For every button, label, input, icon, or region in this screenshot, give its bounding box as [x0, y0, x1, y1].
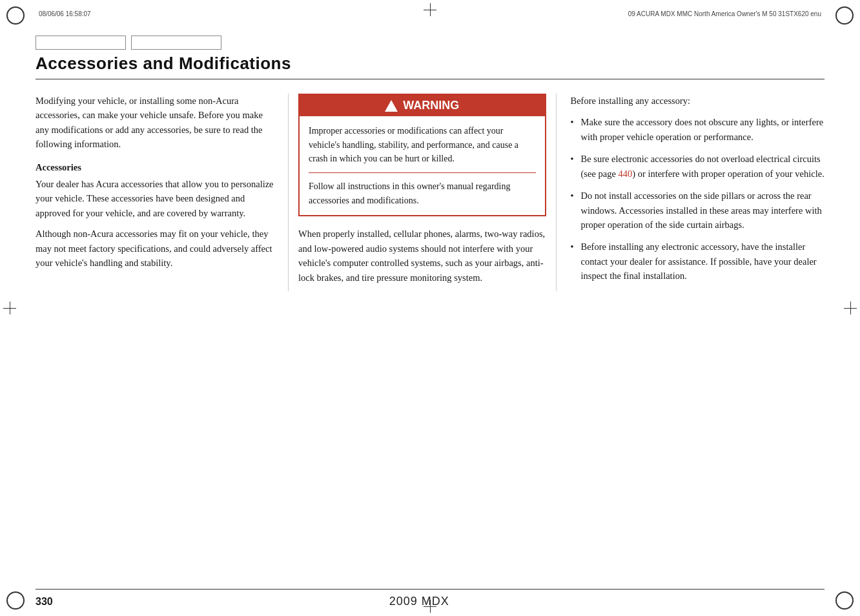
- before-installing-intro: Before installing any accessory:: [571, 94, 824, 108]
- warning-label: WARNING: [403, 99, 459, 112]
- corner-mark-bottom-left: [6, 591, 25, 610]
- title-tabs: [36, 36, 824, 50]
- bullet-item-3: Do not install accessories on the side p…: [571, 189, 824, 232]
- warning-triangle-icon: [385, 100, 398, 112]
- meta-timestamp: 08/06/06 16:58:07: [39, 10, 91, 17]
- page-link[interactable]: 440: [618, 169, 632, 179]
- title-tab-1: [36, 36, 126, 50]
- warning-text-1: Improper accessories or modifications ca…: [309, 124, 535, 166]
- col-right: Before installing any accessory: Make su…: [557, 94, 824, 291]
- warning-box: WARNING Improper accessories or modifica…: [298, 94, 546, 216]
- page-footer: 330 2009 MDX: [36, 589, 824, 608]
- three-columns: Modifying your vehicle, or installing so…: [36, 94, 824, 291]
- bullet-text-1: Make sure the accessory does not obscure…: [581, 117, 824, 141]
- page-title: Accessories and Modifications: [36, 54, 824, 74]
- accessories-heading: Accessories: [36, 161, 274, 175]
- bullet-item-2: Be sure electronic accessories do not ov…: [571, 152, 824, 181]
- crosshair-left: [3, 302, 16, 314]
- warning-text-2: Follow all instructions in this owner's …: [309, 180, 535, 207]
- crosshair-right: [844, 302, 857, 314]
- page-container: 08/06/06 16:58:07 09 ACURA MDX MMC North…: [0, 0, 860, 616]
- title-section: Accessories and Modifications: [36, 36, 824, 79]
- title-tab-2: [131, 36, 221, 50]
- corner-mark-top-left: [6, 6, 25, 25]
- intro-text: Modifying your vehicle, or installing so…: [36, 94, 274, 152]
- warning-divider: [309, 172, 535, 173]
- col-middle: WARNING Improper accessories or modifica…: [288, 94, 556, 291]
- non-acura-text: Although non-Acura accessories may fit o…: [36, 227, 274, 270]
- col-left: Modifying your vehicle, or installing so…: [36, 94, 288, 291]
- page-number: 330: [36, 596, 53, 608]
- content-area: Accessories and Modifications Modifying …: [36, 36, 824, 577]
- warning-body: Improper accessories or modifications ca…: [300, 116, 544, 215]
- footer-model: 2009 MDX: [389, 595, 449, 608]
- page-meta: 08/06/06 16:58:07 09 ACURA MDX MMC North…: [39, 10, 821, 17]
- meta-doc-info: 09 ACURA MDX MMC North America Owner's M…: [628, 10, 821, 17]
- corner-mark-top-right: [835, 6, 854, 25]
- warning-header: WARNING: [300, 95, 544, 116]
- bullet-item-1: Make sure the accessory does not obscure…: [571, 115, 824, 144]
- accessory-bullet-list: Make sure the accessory does not obscure…: [571, 115, 824, 283]
- bullet-item-4: Before installing any electronic accesso…: [571, 240, 824, 283]
- corner-mark-bottom-right: [835, 591, 854, 610]
- accessories-text: Your dealer has Acura accessories that a…: [36, 177, 274, 220]
- bullet-text-4: Before installing any electronic accesso…: [581, 241, 817, 281]
- cellular-text: When properly installed, cellular phones…: [298, 227, 546, 285]
- bullet-text-3: Do not install accessories on the side p…: [581, 190, 822, 230]
